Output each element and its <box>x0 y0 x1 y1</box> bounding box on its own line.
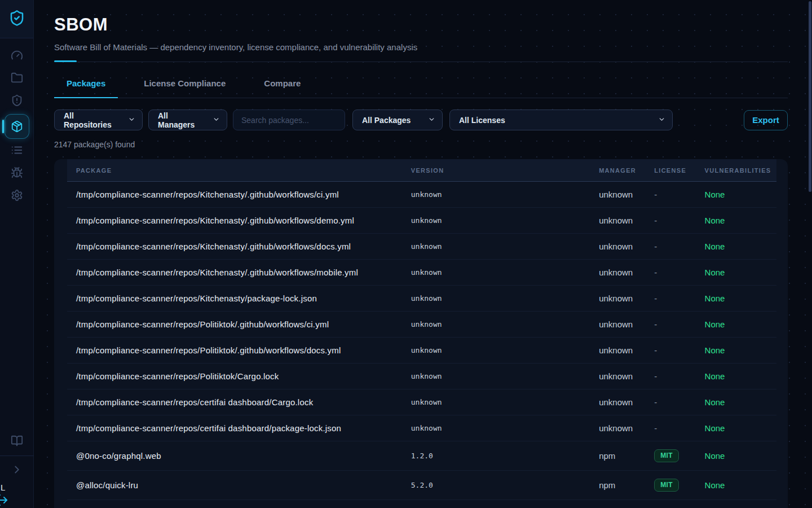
page-subtitle: Software Bill of Materials — dependency … <box>54 42 788 52</box>
sidebar-item-settings[interactable] <box>0 185 34 208</box>
column-header-vulnerabilities: Vulnerabilities <box>696 159 776 182</box>
chevron-down-icon <box>213 116 220 125</box>
package-cell: /tmp/compliance-scanner/repos/Politiktok… <box>67 312 402 338</box>
shield-check-icon <box>8 10 25 29</box>
table-row: /tmp/compliance-scanner/repos/certifai d… <box>67 389 776 415</box>
license-cell: MIT <box>645 471 695 500</box>
vulnerabilities-cell: None <box>696 338 776 364</box>
version-cell: unknown <box>402 260 590 286</box>
sidebar-item-violations[interactable] <box>0 90 34 113</box>
manager-cell: unknown <box>590 208 645 234</box>
shield-alert-icon <box>11 94 23 109</box>
tab-bar: Packages License Compliance Compare <box>54 62 788 98</box>
column-header-manager: Manager <box>590 159 645 182</box>
book-open-icon <box>11 435 23 449</box>
version-cell: unknown <box>402 208 590 234</box>
tab-license-compliance[interactable]: License Compliance <box>131 62 238 98</box>
table-row: /tmp/compliance-scanner/repos/Kitchenast… <box>67 208 776 234</box>
manager-cell: npm <box>590 471 645 500</box>
license-badge: MIT <box>654 479 679 492</box>
vulnerabilities-cell: None <box>696 441 776 471</box>
table-row: @0no-co/graphql.web1.2.0npmMITNone <box>67 441 776 471</box>
search-input[interactable] <box>233 110 345 130</box>
folder-icon <box>11 72 23 86</box>
vulnerabilities-cell: None <box>696 234 776 260</box>
repositories-select[interactable]: All Repositories <box>54 110 143 130</box>
version-cell: 5.2.0 <box>402 471 590 500</box>
vulnerabilities-cell: None <box>696 260 776 286</box>
manager-cell: unknown <box>590 234 645 260</box>
gear-icon <box>11 189 23 204</box>
version-cell: unknown <box>402 389 590 415</box>
chevron-down-icon <box>428 116 435 125</box>
version-cell: unknown <box>402 312 590 338</box>
packages-select-value: All Packages <box>362 116 411 125</box>
packages-table: Package Version Manager License Vulnerab… <box>67 159 776 500</box>
package-cell: @alloc/quick-lru <box>67 471 402 500</box>
logout-button[interactable] <box>0 493 34 508</box>
license-cell: - <box>645 182 695 208</box>
sidebar-divider <box>0 456 34 456</box>
managers-select[interactable]: All Managers <box>148 110 227 130</box>
tab-compare[interactable]: Compare <box>251 62 313 98</box>
sidebar-collapse-button[interactable] <box>0 459 34 482</box>
page-scrollbar <box>807 0 812 508</box>
package-cell: /tmp/compliance-scanner/repos/Politiktok… <box>67 338 402 364</box>
results-count: 2147 package(s) found <box>54 140 788 149</box>
sidebar: L <box>0 0 34 508</box>
column-header-package: Package <box>67 159 402 182</box>
scrollbar-thumb[interactable] <box>809 1 811 192</box>
column-header-version: Version <box>402 159 590 182</box>
manager-cell: unknown <box>590 182 645 208</box>
gauge-icon <box>11 49 23 64</box>
main-content: SBOM Software Bill of Materials — depend… <box>34 15 812 508</box>
manager-cell: unknown <box>590 312 645 338</box>
sidebar-item-sbom[interactable] <box>0 113 34 140</box>
list-icon <box>11 144 23 159</box>
chevron-right-icon <box>11 463 23 478</box>
version-cell: unknown <box>402 182 590 208</box>
vulnerabilities-cell: None <box>696 182 776 208</box>
licenses-select[interactable]: All Licenses <box>449 110 673 130</box>
table-row: /tmp/compliance-scanner/repos/certifai d… <box>67 415 776 441</box>
package-cell: /tmp/compliance-scanner/repos/Kitchenast… <box>67 234 402 260</box>
chevron-down-icon <box>658 116 665 125</box>
sidebar-item-vulnerabilities[interactable] <box>0 163 34 185</box>
sidebar-item-inventory[interactable] <box>0 140 34 163</box>
license-cell: - <box>645 415 695 441</box>
vulnerabilities-cell: None <box>696 208 776 234</box>
package-cell: /tmp/compliance-scanner/repos/certifai d… <box>67 389 402 415</box>
vulnerabilities-cell: None <box>696 286 776 312</box>
page-title: SBOM <box>54 15 788 35</box>
logout-icon <box>0 499 8 508</box>
manager-cell: unknown <box>590 415 645 441</box>
packages-select[interactable]: All Packages <box>352 110 443 130</box>
managers-select-value: All Managers <box>158 111 207 129</box>
logout-label: L <box>0 482 34 493</box>
manager-cell: unknown <box>590 260 645 286</box>
manager-cell: npm <box>590 441 645 471</box>
table-row: /tmp/compliance-scanner/repos/Politiktok… <box>67 312 776 338</box>
app-logo[interactable] <box>0 0 33 38</box>
package-cell: /tmp/compliance-scanner/repos/Politiktok… <box>67 364 402 389</box>
export-button[interactable]: Export <box>744 110 788 130</box>
license-cell: - <box>645 234 695 260</box>
sidebar-item-repositories[interactable] <box>0 68 34 90</box>
package-icon <box>5 114 29 139</box>
sidebar-item-dashboard[interactable] <box>0 45 34 68</box>
manager-cell: unknown <box>590 338 645 364</box>
vulnerabilities-cell: None <box>696 471 776 500</box>
table-row: /tmp/compliance-scanner/repos/Politiktok… <box>67 364 776 389</box>
vulnerabilities-cell: None <box>696 312 776 338</box>
package-cell: /tmp/compliance-scanner/repos/Kitchenast… <box>67 182 402 208</box>
manager-cell: unknown <box>590 364 645 389</box>
package-cell: /tmp/compliance-scanner/repos/Kitchenast… <box>67 286 402 312</box>
package-cell: /tmp/compliance-scanner/repos/certifai d… <box>67 415 402 441</box>
license-cell: - <box>645 338 695 364</box>
sidebar-item-docs[interactable] <box>0 431 34 453</box>
repositories-select-value: All Repositories <box>64 111 122 129</box>
vulnerabilities-cell: None <box>696 364 776 389</box>
tab-packages[interactable]: Packages <box>54 62 118 98</box>
sidebar-nav <box>0 38 33 208</box>
chevron-down-icon <box>128 116 135 125</box>
